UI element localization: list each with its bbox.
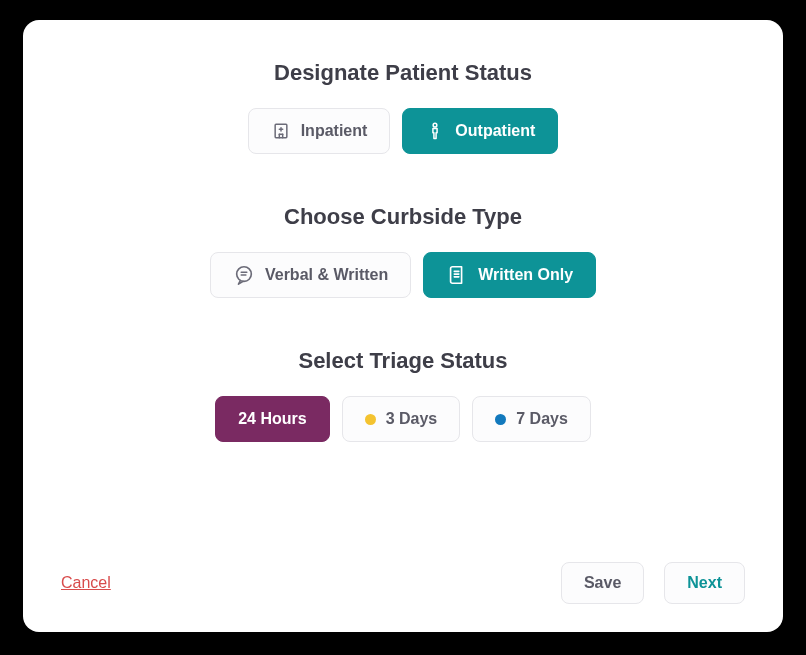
chat-icon [233,264,255,286]
inpatient-option[interactable]: Inpatient [248,108,391,154]
inpatient-label: Inpatient [301,122,368,140]
triage-3days-label: 3 Days [386,410,438,428]
triage-status-section: Select Triage Status 24 Hours 3 Days 7 D… [53,348,753,442]
person-icon [425,121,445,141]
save-button[interactable]: Save [561,562,644,604]
yellow-dot-icon [365,414,376,425]
triage-status-options: 24 Hours 3 Days 7 Days [53,396,753,442]
written-only-option[interactable]: Written Only [423,252,596,298]
outpatient-label: Outpatient [455,122,535,140]
triage-24hours-label: 24 Hours [238,410,306,428]
svg-point-6 [433,123,437,127]
curbside-type-options: Verbal & Written Written Only [53,252,753,298]
blue-dot-icon [495,414,506,425]
hospital-icon [271,121,291,141]
triage-7days-option[interactable]: 7 Days [472,396,591,442]
cancel-button[interactable]: Cancel [61,574,111,592]
next-button[interactable]: Next [664,562,745,604]
footer-right: Save Next [561,562,745,604]
triage-7days-label: 7 Days [516,410,568,428]
patient-status-section: Designate Patient Status Inpatient [53,60,753,154]
dialog-footer: Cancel Save Next [61,562,745,604]
svg-point-7 [237,267,252,282]
triage-24hours-option[interactable]: 24 Hours [215,396,329,442]
verbal-written-label: Verbal & Written [265,266,388,284]
curbside-type-title: Choose Curbside Type [53,204,753,230]
document-icon [446,264,468,286]
written-only-label: Written Only [478,266,573,284]
dialog-card: Designate Patient Status Inpatient [23,20,783,632]
patient-status-title: Designate Patient Status [53,60,753,86]
curbside-type-section: Choose Curbside Type Verbal & Written [53,204,753,298]
verbal-written-option[interactable]: Verbal & Written [210,252,411,298]
triage-status-title: Select Triage Status [53,348,753,374]
patient-status-options: Inpatient Outpatient [53,108,753,154]
outpatient-option[interactable]: Outpatient [402,108,558,154]
triage-3days-option[interactable]: 3 Days [342,396,461,442]
